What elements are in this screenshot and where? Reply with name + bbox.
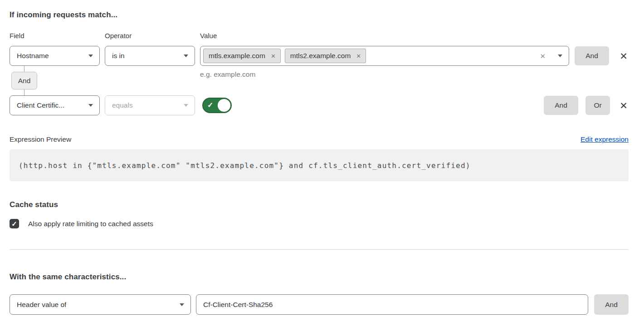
- and-connector-button[interactable]: And: [11, 72, 37, 89]
- add-and-condition-button[interactable]: And: [575, 46, 609, 65]
- field-select-1-value: Hostname: [17, 52, 49, 60]
- value-tag-text: mtls.example.com: [209, 52, 265, 60]
- characteristic-select-value: Header value of: [17, 301, 66, 309]
- value-tag: mtls2.example.com ✕: [285, 49, 366, 63]
- connector-zone: And e.g. example.com: [10, 66, 629, 95]
- operator-select-2: equals: [105, 95, 195, 115]
- characteristic-select[interactable]: Header value of: [10, 294, 191, 315]
- rule-row-1: Hostname is in mtls.example.com ✕ mtls2.…: [10, 46, 629, 66]
- characteristics-title: With the same characteristics...: [10, 272, 629, 282]
- field-select-2[interactable]: Client Certific...: [10, 95, 100, 115]
- chevron-down-icon: [88, 104, 93, 107]
- rule-builder: If incoming requests match... Field Oper…: [0, 0, 644, 315]
- delete-row-icon[interactable]: ✕: [619, 51, 629, 61]
- add-or-condition-button[interactable]: Or: [585, 96, 610, 115]
- delete-row-icon[interactable]: ✕: [619, 101, 629, 110]
- checkbox-checked-icon[interactable]: ✓: [10, 219, 19, 228]
- add-and-condition-button[interactable]: And: [544, 96, 578, 115]
- value-label: Value: [200, 32, 217, 40]
- rule-row-2: Client Certific... equals ✓ And Or ✕: [10, 95, 629, 115]
- edit-expression-link[interactable]: Edit expression: [581, 135, 629, 144]
- header-name-input[interactable]: [196, 294, 588, 315]
- chevron-down-icon: [184, 104, 188, 107]
- field-select-2-value: Client Certific...: [17, 101, 64, 109]
- add-characteristic-button[interactable]: And: [594, 294, 629, 315]
- operator-label: Operator: [105, 32, 200, 40]
- field-select-1[interactable]: Hostname: [10, 46, 100, 66]
- clear-values-icon[interactable]: ✕: [540, 53, 546, 59]
- match-section-title: If incoming requests match...: [10, 10, 629, 20]
- expression-code-block: (http.host in {"mtls.example.com" "mtls2…: [10, 149, 629, 181]
- check-icon: ✓: [207, 101, 213, 109]
- operator-select-1-value: is in: [112, 52, 125, 60]
- cache-status-title: Cache status: [10, 200, 629, 209]
- value-tag: mtls.example.com ✕: [203, 49, 281, 63]
- chevron-down-icon: [180, 303, 184, 306]
- expression-preview-label: Expression Preview: [10, 135, 71, 144]
- toggle-knob: [218, 99, 230, 112]
- expression-code: (http.host in {"mtls.example.com" "mtls2…: [19, 161, 471, 170]
- value-helper-text: e.g. example.com: [200, 70, 255, 79]
- value-toggle[interactable]: ✓: [202, 98, 232, 113]
- column-labels: Field Operator Value: [10, 32, 629, 40]
- operator-select-2-value: equals: [112, 101, 133, 109]
- chevron-down-icon: [88, 54, 93, 57]
- expression-header: Expression Preview Edit expression: [10, 135, 629, 144]
- remove-tag-icon[interactable]: ✕: [356, 53, 361, 59]
- field-label: Field: [10, 32, 105, 40]
- cache-checkbox-label: Also apply rate limiting to cached asset…: [28, 220, 153, 228]
- characteristics-row: Header value of And: [10, 294, 629, 315]
- value-multiselect[interactable]: mtls.example.com ✕ mtls2.example.com ✕ ✕: [200, 46, 569, 66]
- value-tag-text: mtls2.example.com: [290, 52, 351, 60]
- cache-checkbox-row[interactable]: ✓ Also apply rate limiting to cached ass…: [10, 219, 629, 228]
- multiselect-controls: ✕: [540, 53, 562, 59]
- chevron-down-icon[interactable]: [558, 54, 562, 57]
- section-divider: [10, 249, 629, 250]
- remove-tag-icon[interactable]: ✕: [271, 53, 276, 59]
- operator-select-1[interactable]: is in: [105, 46, 195, 66]
- value-tags: mtls.example.com ✕ mtls2.example.com ✕: [203, 49, 535, 63]
- chevron-down-icon: [184, 54, 188, 57]
